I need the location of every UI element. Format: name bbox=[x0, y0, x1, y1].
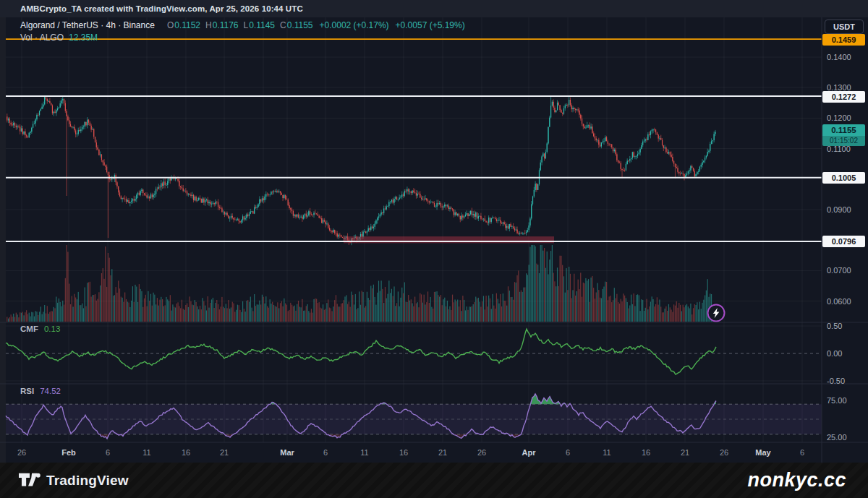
price-level-badge-0-0796: 0.0796 bbox=[822, 236, 865, 247]
time-axis[interactable]: 26Feb6111621Mar611162126Apr611162126May6 bbox=[0, 442, 868, 463]
price-level-badge-0-1459: 0.1459 bbox=[822, 34, 865, 46]
price-axis-label: 25.00 bbox=[827, 433, 847, 442]
time-axis-label: 21 bbox=[438, 448, 447, 457]
time-axis-label: 16 bbox=[399, 448, 408, 457]
cmf-line bbox=[6, 329, 716, 374]
price-axis[interactable]: 0.14000.13000.12000.11000.09000.07000.06… bbox=[822, 17, 868, 442]
cmf-indicator-legend[interactable]: CMF 0.13 bbox=[20, 325, 60, 333]
price-chart-canvas[interactable] bbox=[0, 0, 868, 498]
close-value: 0.1155 bbox=[287, 20, 313, 30]
tradingview-logo[interactable]: TradingView bbox=[19, 473, 129, 489]
close-label: C bbox=[280, 20, 286, 30]
price-axis-label: 0.1200 bbox=[827, 113, 851, 122]
tradingview-logo-mark bbox=[19, 473, 41, 488]
time-axis-label: 11 bbox=[603, 448, 610, 457]
footer-bar: TradingView nonkyc.cc bbox=[0, 463, 868, 498]
time-axis-label: 21 bbox=[220, 448, 229, 457]
high-label: H bbox=[205, 20, 212, 30]
last-price-value: 0.1155 bbox=[822, 124, 865, 136]
time-axis-label: 11 bbox=[142, 448, 150, 457]
tradingview-wordmark: TradingView bbox=[46, 473, 129, 489]
time-axis-label: 6 bbox=[566, 448, 570, 457]
time-axis-label: Apr bbox=[522, 448, 536, 457]
price-axis-label: 75.00 bbox=[827, 396, 847, 405]
price-level-badge-0-1005: 0.1005 bbox=[822, 172, 865, 184]
time-axis-label: 6 bbox=[800, 448, 804, 457]
symbol-title[interactable]: Algorand / TetherUS · 4h · Binance bbox=[20, 20, 155, 30]
time-axis-label: 26 bbox=[17, 448, 26, 457]
time-axis-label: 6 bbox=[106, 448, 110, 457]
change-absolute: +0.0002 (+0.17%) bbox=[320, 20, 389, 30]
price-axis-label: -0.50 bbox=[827, 377, 845, 385]
volume-layer bbox=[7, 245, 715, 322]
volume-label: Vol · ALGO bbox=[20, 33, 64, 43]
time-axis-label: 16 bbox=[642, 448, 650, 457]
price-axis-label: 0.0700 bbox=[827, 266, 851, 275]
symbol-legend[interactable]: Algorand / TetherUS · 4h · Binance O 0.1… bbox=[20, 20, 465, 30]
time-axis-label: 11 bbox=[360, 448, 368, 457]
open-label: O bbox=[167, 20, 174, 30]
price-axis-label: 0.00 bbox=[827, 349, 842, 358]
price-axis-label: 0.50 bbox=[827, 322, 842, 330]
time-axis-label: 26 bbox=[477, 448, 486, 457]
time-axis-label: Feb bbox=[61, 448, 76, 457]
currency-toggle-button[interactable]: USDT bbox=[825, 20, 864, 34]
price-axis-label: 0.0900 bbox=[827, 205, 851, 214]
time-axis-label: 16 bbox=[182, 448, 190, 457]
bar-countdown: 01:15:02 bbox=[822, 136, 865, 146]
time-axis-label: 6 bbox=[323, 448, 328, 457]
time-axis-label: 21 bbox=[681, 448, 689, 457]
volume-value: 12.35M bbox=[69, 33, 98, 43]
change-session: +0.0057 (+5.19%) bbox=[396, 20, 465, 30]
watermark-nonkyc: nonkyc.cc bbox=[747, 469, 849, 491]
time-axis-label: 26 bbox=[720, 448, 728, 457]
support-zone[interactable] bbox=[344, 236, 554, 243]
time-axis-label: Mar bbox=[280, 448, 294, 457]
price-axis-label: 0.0600 bbox=[827, 297, 851, 306]
high-value: 0.1176 bbox=[213, 20, 239, 30]
open-value: 0.1152 bbox=[174, 20, 200, 30]
price-level-badge-0-1272: 0.1272 bbox=[822, 91, 865, 103]
flash-icon[interactable] bbox=[708, 305, 725, 322]
volume-legend[interactable]: Vol · ALGO 12.35M bbox=[20, 33, 98, 43]
grid-layer bbox=[6, 17, 822, 442]
low-label: L bbox=[244, 20, 249, 30]
cmf-value: 0.13 bbox=[44, 325, 60, 333]
low-value: 0.1145 bbox=[249, 20, 275, 30]
price-axis-label: 0.1400 bbox=[827, 53, 851, 61]
time-axis-label: May bbox=[755, 448, 770, 457]
rsi-name: RSI bbox=[20, 387, 34, 395]
rsi-value: 74.52 bbox=[40, 387, 61, 395]
tradingview-screenshot: AMBCrypto_TA created with TradingView.co… bbox=[0, 0, 868, 498]
horizontal-rays[interactable] bbox=[6, 39, 822, 241]
last-price-badge: 0.1155 01:15:02 bbox=[822, 124, 865, 146]
rsi-indicator-legend[interactable]: RSI 74.52 bbox=[20, 387, 61, 395]
cmf-name: CMF bbox=[20, 325, 38, 333]
